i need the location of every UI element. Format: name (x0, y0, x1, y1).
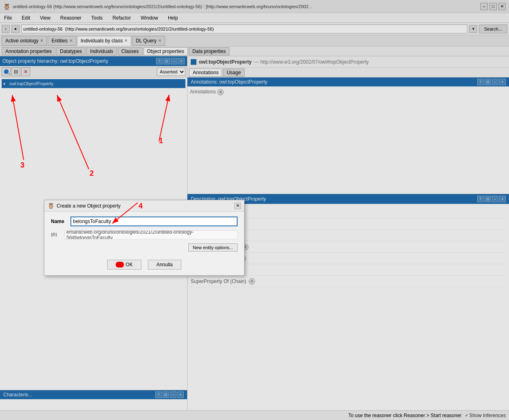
dialog-title-text-label: Create a new Object property (57, 203, 121, 209)
dialog-footer: OK Annulla (44, 256, 244, 275)
iri-row: IRI emanticweb.org/bruno/ontologies/2021… (51, 230, 238, 239)
dialog-body: Name IRI emanticweb.org/bruno/ontologies… (44, 212, 244, 256)
dialog-close-button[interactable]: ✕ (234, 203, 241, 209)
ok-red-dot (116, 262, 124, 267)
name-row: Name (51, 217, 238, 226)
create-object-property-dialog: 🦉 Create a new Object property ✕ Name IR… (44, 200, 245, 276)
cancel-button[interactable]: Annulla (148, 260, 181, 270)
iri-label: IRI (51, 232, 61, 238)
options-row: New entity options... (51, 243, 238, 252)
ok-button[interactable]: OK (107, 260, 141, 270)
name-label: Name (51, 219, 67, 224)
new-entity-options-button[interactable]: New entity options... (188, 243, 238, 252)
iri-value-display: emanticweb.org/bruno/ontologies/2021/2/u… (64, 230, 238, 239)
dialog-owl-icon: 🦉 (48, 203, 54, 209)
dialog-title-bar: 🦉 Create a new Object property ✕ (44, 200, 244, 212)
dialog-overlay: 🦉 Create a new Object property ✕ Name IR… (0, 0, 509, 420)
iri-text: emanticweb.org/bruno/ontologies/2021/2/u… (66, 230, 236, 239)
ok-label: OK (126, 262, 132, 267)
name-input[interactable] (71, 217, 238, 226)
